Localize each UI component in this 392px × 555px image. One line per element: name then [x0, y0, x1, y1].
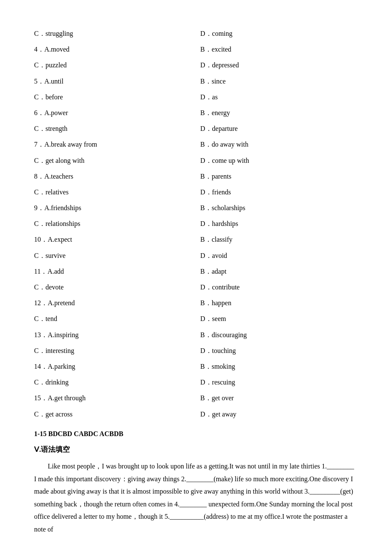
qa-left-1: 4．A.moved — [34, 41, 192, 57]
qa-left-23: 15．A.get through — [34, 390, 192, 406]
mcq-grid: C．strugglingD．coming4．A.movedB．excitedC．… — [34, 26, 358, 422]
qa-right-5: B．energy — [200, 105, 358, 121]
qa-left-20: C．interesting — [34, 343, 192, 358]
qa-right-17: B．happen — [200, 295, 358, 311]
qa-right-15: B．adapt — [200, 263, 358, 279]
qa-right-11: B．scholarships — [200, 200, 358, 216]
qa-right-9: B．parents — [200, 168, 358, 184]
qa-left-11: 9．A.friendships — [34, 200, 192, 216]
qa-left-6: C．strength — [34, 121, 192, 136]
qa-right-19: B．discouraging — [200, 327, 358, 343]
qa-left-15: 11．A.add — [34, 263, 192, 279]
qa-left-13: 10．A.expect — [34, 231, 192, 247]
qa-left-4: C．before — [34, 89, 192, 105]
qa-left-3: 5．A.until — [34, 73, 192, 89]
qa-right-12: D．hardships — [200, 216, 358, 231]
qa-left-21: 14．A.parking — [34, 358, 192, 374]
qa-right-18: D．seem — [200, 311, 358, 327]
qa-left-5: 6．A.power — [34, 105, 192, 121]
qa-right-1: B．excited — [200, 41, 358, 57]
qa-left-17: 12．A.pretend — [34, 295, 192, 311]
qa-right-2: D．depressed — [200, 57, 358, 73]
qa-left-14: C．survive — [34, 248, 192, 263]
qa-right-0: D．coming — [200, 26, 358, 41]
qa-left-0: C．struggling — [34, 26, 192, 41]
qa-right-20: D．touching — [200, 343, 358, 358]
qa-right-6: D．departure — [200, 121, 358, 136]
qa-right-22: D．rescuing — [200, 374, 358, 390]
qa-left-18: C．tend — [34, 311, 192, 327]
qa-right-13: B．classify — [200, 231, 358, 247]
qa-left-16: C．devote — [34, 279, 192, 295]
section-v-title: Ⅴ.语法填空 — [34, 443, 358, 457]
answer-key: 1-15 BDCBD CABDC ACBDB — [34, 428, 358, 440]
qa-right-4: D．as — [200, 89, 358, 105]
qa-left-10: C．relatives — [34, 184, 192, 200]
qa-right-14: D．avoid — [200, 248, 358, 263]
passage-container: Like most people，I was brought up to loo… — [34, 460, 358, 536]
qa-right-16: D．contribute — [200, 279, 358, 295]
qa-right-3: B．since — [200, 73, 358, 89]
qa-right-21: B．smoking — [200, 358, 358, 374]
mcq-section: C．strugglingD．coming4．A.movedB．excitedC．… — [34, 26, 358, 422]
qa-right-24: D．get away — [200, 406, 358, 422]
qa-left-9: 8．A.teachers — [34, 168, 192, 184]
qa-left-7: 7．A.break away from — [34, 136, 192, 152]
qa-left-2: C．puzzled — [34, 57, 192, 73]
qa-left-8: C．get along with — [34, 153, 192, 168]
qa-left-24: C．get across — [34, 406, 192, 422]
qa-right-10: D．friends — [200, 184, 358, 200]
qa-left-19: 13．A.inspiring — [34, 327, 192, 343]
qa-left-12: C．relationships — [34, 216, 192, 231]
qa-right-23: B．get over — [200, 390, 358, 406]
passage-text: Like most people，I was brought up to loo… — [34, 460, 358, 536]
qa-right-8: D．come up with — [200, 153, 358, 168]
qa-right-7: B．do away with — [200, 136, 358, 152]
qa-left-22: C．drinking — [34, 374, 192, 390]
